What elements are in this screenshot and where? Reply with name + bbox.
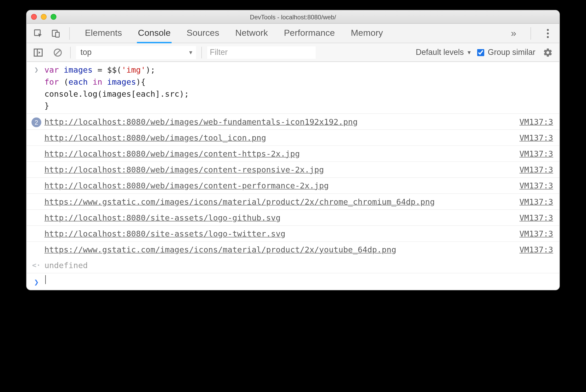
console-settings-gear-icon[interactable] (541, 45, 555, 59)
tab-elements[interactable]: Elements (84, 24, 123, 43)
tab-network[interactable]: Network (234, 24, 269, 43)
console-log-entry: http://localhost:8080/web/images/content… (27, 162, 560, 178)
console-log-entry: http://localhost:8080/web/images/tool_ic… (27, 130, 560, 146)
console-log-entry: http://localhost:8080/web/images/content… (27, 146, 560, 162)
log-source-link[interactable]: VM137:3 (513, 148, 553, 160)
svg-point-5 (547, 36, 549, 38)
svg-line-9 (55, 50, 60, 55)
maximize-window-button[interactable] (51, 14, 57, 20)
log-source-link[interactable]: VM137:3 (513, 180, 553, 192)
console-toolbar: top ▼ Default levels ▼ Group similar (27, 43, 560, 62)
inspect-element-icon[interactable] (31, 26, 45, 40)
tab-sources[interactable]: Sources (186, 24, 220, 43)
console-prompt-row[interactable]: ❯ (27, 273, 560, 290)
console-input-entry: ❯ var images = $$('img'); for (each in i… (27, 62, 560, 114)
svg-point-3 (547, 29, 549, 31)
log-url-link[interactable]: http://localhost:8080/site-assets/logo-t… (44, 229, 285, 238)
console-log-entry: https://www.gstatic.com/images/icons/mat… (27, 194, 560, 210)
device-toolbar-icon[interactable] (49, 26, 63, 40)
log-url-link[interactable]: http://localhost:8080/web/images/content… (44, 165, 324, 174)
minimize-window-button[interactable] (41, 14, 47, 20)
group-similar-input[interactable] (477, 49, 484, 56)
separator (531, 27, 531, 39)
input-chevron-icon: ❯ (34, 65, 38, 75)
console-log-entry: 2http://localhost:8080/web/images/web-fu… (27, 114, 560, 130)
separator (70, 47, 71, 58)
console-prompt-input[interactable] (42, 275, 553, 287)
filter-input[interactable] (207, 46, 316, 59)
tab-performance[interactable]: Performance (283, 24, 336, 43)
code-block[interactable]: var images = $$('img'); for (each in ima… (42, 64, 553, 112)
console-return-entry: <· undefined (27, 257, 560, 273)
log-url-link[interactable]: http://localhost:8080/web/images/content… (44, 181, 329, 191)
chevron-down-icon: ▼ (466, 49, 472, 55)
close-window-button[interactable] (31, 14, 37, 20)
execution-context-selector[interactable]: top ▼ (76, 46, 196, 59)
group-similar-label: Group similar (488, 48, 536, 57)
separator (201, 47, 202, 58)
log-source-link[interactable]: VM137:3 (513, 116, 553, 128)
log-url-link[interactable]: http://localhost:8080/web/images/tool_ic… (44, 133, 266, 142)
console-log-entry: http://localhost:8080/site-assets/logo-t… (27, 226, 560, 242)
window-title: DevTools - localhost:8080/web/ (250, 13, 336, 20)
kebab-menu-icon[interactable] (541, 26, 555, 40)
log-url-link[interactable]: http://localhost:8080/web/images/web-fun… (44, 117, 358, 126)
log-source-link[interactable]: VM137:3 (513, 164, 553, 176)
overflow-tabs-button[interactable]: » (506, 26, 521, 40)
group-similar-checkbox[interactable]: Group similar (477, 48, 536, 57)
log-source-link[interactable]: VM137:3 (513, 196, 553, 208)
log-levels-selector[interactable]: Default levels ▼ (416, 48, 472, 57)
tab-console[interactable]: Console (137, 24, 172, 43)
svg-rect-6 (34, 49, 42, 56)
log-url-link[interactable]: https://www.gstatic.com/images/icons/mat… (44, 197, 435, 206)
console-log-entry: https://www.gstatic.com/images/icons/mat… (27, 242, 560, 257)
console-output: ❯ var images = $$('img'); for (each in i… (27, 62, 560, 290)
clear-console-icon[interactable] (51, 45, 65, 59)
devtools-window: DevTools - localhost:8080/web/ Elements … (26, 10, 560, 290)
titlebar: DevTools - localhost:8080/web/ (27, 10, 560, 24)
log-url-link[interactable]: http://localhost:8080/web/images/content… (44, 149, 300, 158)
log-url-link[interactable]: http://localhost:8080/site-assets/logo-g… (44, 213, 281, 222)
svg-rect-2 (55, 32, 59, 37)
svg-point-4 (547, 32, 549, 34)
console-log-entry: http://localhost:8080/site-assets/logo-g… (27, 210, 560, 226)
separator (69, 27, 70, 39)
chevron-down-icon: ▼ (188, 49, 193, 55)
repeat-count-badge: 2 (31, 117, 41, 127)
log-source-link[interactable]: VM137:3 (513, 244, 553, 256)
panel-tabs-row: Elements Console Sources Network Perform… (27, 24, 560, 43)
log-source-link[interactable]: VM137:3 (513, 228, 553, 240)
sidebar-toggle-icon[interactable] (31, 45, 45, 59)
tab-memory[interactable]: Memory (350, 24, 384, 43)
log-source-link[interactable]: VM137:3 (513, 212, 553, 224)
log-url-link[interactable]: https://www.gstatic.com/images/icons/mat… (44, 245, 396, 254)
log-source-link[interactable]: VM137:3 (513, 132, 553, 144)
return-chevron-icon: <· (32, 260, 41, 271)
return-value: undefined (44, 261, 88, 270)
console-log-entry: http://localhost:8080/web/images/content… (27, 178, 560, 194)
context-label: top (80, 48, 92, 57)
prompt-chevron-icon: ❯ (34, 276, 39, 288)
panel-tabs: Elements Console Sources Network Perform… (84, 24, 503, 43)
levels-label: Default levels (416, 48, 464, 57)
window-controls (31, 14, 57, 20)
